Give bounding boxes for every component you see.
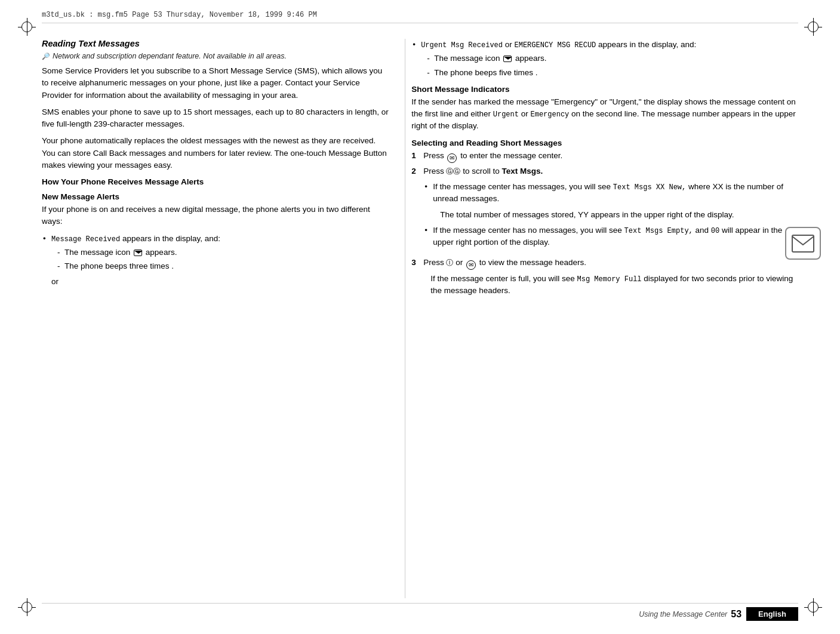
step2-text: Press: [423, 167, 444, 176]
step3-content: Press Ⓘ or ✉ to view the message headers…: [423, 257, 798, 300]
note-icon: 🔎: [42, 53, 50, 60]
sub-urgent-beeps: The phone beeps five times .: [421, 67, 798, 79]
para3: Your phone automatically replaces the ol…: [42, 135, 390, 171]
step1-suffix: to enter the message center.: [460, 151, 562, 160]
urgent-mono: Urgent: [493, 110, 519, 119]
step-2: 2 Press ⒼⒼ to scroll to Text Msgs. If th…: [411, 165, 798, 254]
urgent-suffix: appears in the display, and:: [596, 40, 696, 49]
urgent-or: or: [503, 40, 515, 49]
message-received-mono: Message Received: [51, 235, 120, 244]
step3-text: Press: [423, 258, 444, 267]
step2-num: 2: [411, 165, 420, 254]
urgent-received-mono: Urgent Msg Received: [421, 41, 503, 50]
bullet-message-received: Message Received appears in the display,…: [42, 233, 390, 273]
subsection-how: How Your Phone Receives Message Alerts: [42, 177, 390, 186]
main-content: Reading Text Messages 🔎 Network and subs…: [42, 39, 798, 598]
step2-mono: ⒼⒼ: [446, 168, 460, 176]
bullet1-suffix: appears in the display, and:: [120, 234, 220, 243]
footer-italic-text: Using the Message Center: [639, 610, 727, 618]
phone-envelope-decoration: [785, 227, 821, 260]
emergency-mono: Emergency: [531, 110, 570, 119]
subsection-new-alerts: New Message Alerts: [42, 192, 390, 201]
note-text: Network and subscription dependant featu…: [53, 52, 287, 60]
section-title: Reading Text Messages: [42, 39, 390, 48]
right-column: Urgent Msg Received or EMERGENCY MSG REC…: [405, 39, 798, 598]
step3-indent-prefix: If the message center is full, you will …: [430, 274, 577, 283]
corner-mark-br: [804, 598, 822, 616]
header-text: m3td_us.bk : msg.fm5 Page 53 Thursday, N…: [42, 11, 317, 19]
step3-mono: Ⓘ: [446, 259, 453, 267]
sub-list-1: The message icon appears. The phone beep…: [51, 247, 390, 273]
steps-list: 1 Press ✉ to enter the message center. 2…: [411, 150, 798, 301]
step2-bold: Text Msgs.: [501, 167, 543, 176]
indicators-para: If the sender has marked the message "Em…: [411, 96, 798, 133]
step2-content: Press ⒼⒼ to scroll to Text Msgs. If the …: [423, 165, 798, 254]
right-bullets-top: Urgent Msg Received or EMERGENCY MSG REC…: [411, 39, 798, 79]
svg-rect-0: [792, 235, 814, 252]
sub-urgent-icon: The message icon appears.: [421, 53, 798, 64]
message-button-icon-2: ✉: [466, 260, 476, 270]
sub-urgent-a-text: The message icon: [434, 54, 500, 63]
sub-item-beeps: The phone beeps three times .: [51, 260, 390, 272]
step3-or: or: [456, 258, 465, 267]
para2: SMS enables your phone to save up to 15 …: [42, 106, 390, 131]
subsection-indicators: Short Message Indicators: [411, 85, 798, 94]
step2-bullets: If the message center has messages, you …: [423, 181, 798, 248]
step3-indent-mono: Msg Memory Full: [577, 275, 642, 284]
envelope-icon-2: [503, 56, 512, 62]
step3-num: 3: [411, 257, 420, 300]
step-3: 3 Press Ⓘ or ✉ to view the message heade…: [411, 257, 798, 300]
step2-bullet1: If the message center has messages, you …: [423, 181, 798, 221]
footer-language: English: [746, 607, 798, 621]
footer-page-number: 53: [731, 609, 741, 620]
step1-text: Press: [423, 151, 444, 160]
corner-mark-tr: [804, 18, 822, 36]
sub1a-suffix: appears.: [146, 248, 177, 257]
corner-mark-bl: [18, 598, 36, 616]
step1-content: Press ✉ to enter the message center.: [423, 150, 798, 162]
step2-b2-mono2: 00: [711, 227, 719, 235]
or-text: or: [51, 277, 390, 286]
step2-b1-prefix: If the message center has messages, you …: [433, 182, 613, 191]
subsection-selecting: Selecting and Reading Short Messages: [411, 139, 798, 147]
sub1a-text: The message icon: [64, 248, 130, 257]
footer-bar: Using the Message Center 53 English: [42, 603, 798, 621]
sub-urgent-a-suffix: appears.: [515, 54, 547, 63]
step2-bullet2: If the message center has no messages, y…: [423, 224, 798, 249]
indicators-or: or: [521, 109, 531, 118]
step2-indent: The total number of messages stored, YY …: [440, 209, 798, 221]
left-column: Reading Text Messages 🔎 Network and subs…: [42, 39, 405, 598]
sub-item-icon: The message icon appears.: [51, 247, 390, 258]
corner-mark-tl: [18, 18, 36, 36]
step2-b2-suffix: and: [693, 226, 709, 235]
alert-bullets: Message Received appears in the display,…: [42, 233, 390, 273]
header-bar: m3td_us.bk : msg.fm5 Page 53 Thursday, N…: [42, 11, 798, 23]
step2-suffix: to scroll to: [463, 167, 501, 176]
step1-num: 1: [411, 150, 420, 162]
bullet-urgent: Urgent Msg Received or EMERGENCY MSG REC…: [411, 39, 798, 79]
sub-list-urgent: The message icon appears. The phone beep…: [421, 53, 798, 79]
step-1: 1 Press ✉ to enter the message center.: [411, 150, 798, 162]
step2-b2-prefix: If the message center has no messages, y…: [433, 226, 624, 235]
note-block: 🔎 Network and subscription dependant fea…: [42, 52, 390, 60]
emergency-caps-mono: EMERGENCY MSG RECUD: [515, 41, 596, 50]
step2-b2-mono: Text Msgs Empty,: [624, 227, 693, 235]
envelope-icon-1: [134, 250, 142, 256]
message-button-icon-1: ✉: [447, 153, 457, 163]
step2-b1-mono: Text Msgs XX New,: [613, 183, 686, 192]
para1: Some Service Providers let you subscribe…: [42, 65, 390, 101]
step3-indent: If the message center is full, you will …: [430, 273, 798, 297]
step3-suffix: to view the message headers.: [479, 258, 586, 267]
envelope-svg: [792, 235, 814, 253]
footer-page-section: Using the Message Center 53 English: [639, 607, 798, 621]
alerts-intro: If your phone is on and receives a new d…: [42, 204, 390, 228]
